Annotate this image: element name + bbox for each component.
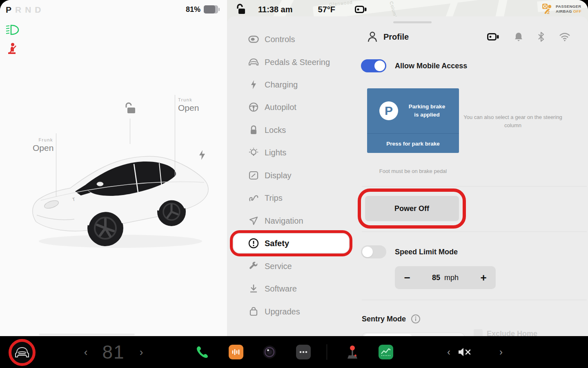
exclude-home-checkbox[interactable] [474, 329, 483, 336]
shopping-bag-icon [248, 306, 259, 317]
outside-temperature[interactable]: 57°F [318, 5, 335, 14]
park-brake-msg-line2: is applied [398, 111, 456, 119]
gear-p[interactable]: P [6, 5, 11, 15]
allow-mobile-access-row: Allow Mobile Access [361, 59, 467, 72]
panel-status-icons [487, 29, 570, 45]
menu-item-upgrades[interactable]: Upgrades [234, 302, 349, 321]
gear-n[interactable]: N [25, 5, 31, 15]
phone-app-icon[interactable] [194, 336, 211, 368]
media-app-icon[interactable] [228, 336, 244, 368]
menu-item-navigation[interactable]: Navigation [234, 211, 349, 230]
trunk-callout-state[interactable]: Open [178, 103, 199, 113]
menu-item-trips[interactable]: Trips [234, 188, 349, 207]
menu-item-software[interactable]: Software [234, 279, 349, 298]
menu-label: Lights [265, 148, 286, 157]
lightning-icon [248, 79, 259, 90]
volume-down[interactable]: ‹ [442, 336, 456, 368]
battery-status: 81% [186, 5, 220, 14]
steering-wheel-icon [248, 102, 259, 112]
park-brake-card[interactable]: P Parking brake is applied Press for par… [367, 88, 459, 153]
allow-mobile-access-toggle[interactable] [361, 59, 386, 72]
sentry-mode-row: Sentry Mode [362, 314, 421, 324]
menu-item-lights[interactable]: Lights [234, 143, 349, 162]
left-scroll-indicator[interactable] [39, 334, 135, 335]
camera-status-icon[interactable] [487, 33, 499, 41]
volume-up[interactable]: › [494, 336, 508, 368]
alert-circle-icon [248, 238, 259, 249]
menu-label: Pedals & Steering [265, 58, 330, 67]
menu-label: Service [265, 262, 292, 271]
unlocked-icon[interactable] [124, 102, 136, 114]
menu-label: Safety [265, 239, 289, 248]
camera-app-icon[interactable] [261, 336, 278, 368]
energy-app-icon[interactable] [378, 336, 394, 368]
unlocked-status-icon[interactable] [235, 4, 246, 15]
menu-item-display[interactable]: Display [234, 166, 349, 185]
menu-label: Navigation [265, 216, 303, 226]
menu-item-autopilot[interactable]: Autopilot [234, 98, 349, 117]
sentry-mode-label: Sentry Mode [362, 315, 406, 323]
dashcam-icon[interactable] [355, 5, 367, 13]
frunk-callout[interactable]: Frunk Open [33, 137, 53, 153]
frunk-callout-line [56, 133, 56, 197]
divider [362, 231, 587, 232]
climate-temp-down[interactable]: ‹ [78, 336, 93, 368]
profile-header[interactable]: Profile [367, 29, 575, 45]
charge-port-icon[interactable] [198, 150, 206, 160]
menu-label: Locks [265, 126, 286, 135]
park-icon: P [379, 101, 398, 120]
trunk-callout[interactable]: Trunk Open [178, 97, 199, 113]
menu-item-safety[interactable]: Safety [234, 234, 349, 253]
gear-d[interactable]: D [35, 5, 41, 15]
right-area: Columbia Glenwood 11:38 am 57°F [227, 0, 588, 336]
panel-grab-handle[interactable] [393, 21, 432, 23]
power-off-annotation-ring: Power Off [358, 188, 466, 229]
press-for-park-brake-button[interactable]: Press for park brake [367, 134, 459, 153]
svg-text:2: 2 [547, 10, 550, 15]
brake-pedal-note: Foot must be on brake pedal [367, 168, 459, 174]
menu-item-locks[interactable]: Locks [234, 121, 349, 139]
arcade-app-icon[interactable] [344, 336, 361, 368]
menu-label: Trips [265, 193, 283, 203]
menu-label: Controls [265, 35, 295, 44]
sentry-mode-segmented-control[interactable] [362, 332, 465, 336]
profile-title: Profile [383, 32, 409, 42]
allow-mobile-access-label: Allow Mobile Access [395, 62, 467, 70]
menu-item-controls[interactable]: Controls [234, 30, 349, 49]
more-apps-icon[interactable] [295, 336, 312, 368]
climate-temperature[interactable]: 81 [97, 336, 130, 368]
trunk-callout-title: Trunk [178, 97, 199, 102]
divider [362, 186, 587, 186]
increase-speed-button[interactable]: + [471, 272, 496, 284]
car-app-icon[interactable] [14, 346, 30, 359]
exclude-home-option[interactable]: Exclude Home [474, 329, 537, 336]
tesla-touchscreen: P R N D 81% [0, 0, 588, 368]
speed-limit-stepper: − 85 mph + [395, 266, 496, 289]
airbag-label-line1: PASSENGER [556, 4, 581, 9]
menu-item-service[interactable]: Service [234, 257, 349, 276]
notifications-bell-icon[interactable] [514, 32, 523, 42]
menu-label: Software [265, 284, 297, 294]
menu-item-charging[interactable]: Charging [234, 75, 349, 94]
route-icon [248, 193, 259, 203]
info-icon[interactable] [411, 314, 421, 324]
wrench-icon [248, 261, 259, 272]
seatbelt-warning-icon [6, 43, 18, 55]
bluetooth-icon[interactable] [538, 31, 544, 42]
wifi-icon[interactable] [559, 32, 570, 41]
menu-label: Autopilot [265, 103, 296, 112]
climate-temp-up[interactable]: › [134, 336, 149, 368]
battery-percent: 81% [186, 5, 200, 14]
power-off-button[interactable]: Power Off [365, 196, 459, 221]
taskbar: ‹ 81 › [0, 336, 588, 368]
headlights-on-icon [6, 25, 20, 35]
speed-limit-mode-label: Speed Limit Mode [395, 248, 458, 256]
volume-muted-icon[interactable] [456, 336, 474, 368]
gear-r[interactable]: R [15, 5, 21, 15]
gear-indicator[interactable]: P R N D [6, 5, 41, 15]
navigation-arrow-icon [248, 215, 259, 226]
frunk-callout-state[interactable]: Open [33, 143, 53, 153]
speed-limit-mode-toggle[interactable] [361, 245, 386, 258]
decrease-speed-button[interactable]: − [395, 272, 419, 284]
menu-item-pedals-steering[interactable]: Pedals & Steering [234, 53, 349, 72]
